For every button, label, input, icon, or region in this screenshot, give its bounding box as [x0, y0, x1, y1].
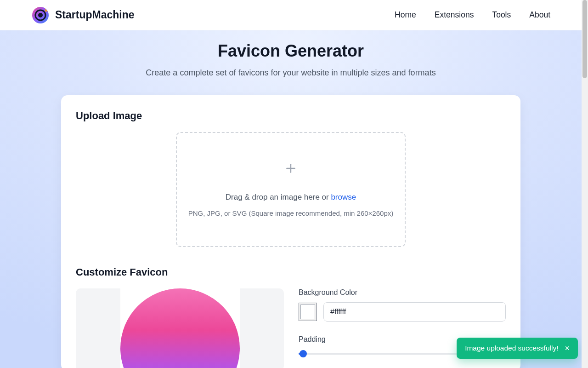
- preview-canvas: [120, 288, 240, 368]
- success-toast: Image uploaded successfully! ×: [457, 338, 578, 359]
- customize-row: Background Color Padding: [76, 288, 506, 368]
- dropzone-text: Drag & drop an image here or browse: [226, 193, 356, 202]
- toast-close-icon[interactable]: ×: [565, 344, 570, 352]
- preview-image: [120, 288, 240, 368]
- dropzone-hint: PNG, JPG, or SVG (Square image recommend…: [188, 209, 393, 217]
- page-title: Favicon Generator: [0, 41, 582, 61]
- brand[interactable]: StartupMachine: [31, 6, 135, 24]
- bg-color-row: [299, 302, 506, 322]
- bg-color-swatch[interactable]: [299, 303, 317, 321]
- nav-home[interactable]: Home: [395, 10, 416, 20]
- dropzone-prefix: Drag & drop an image here or: [226, 193, 331, 201]
- nav-extensions[interactable]: Extensions: [435, 10, 474, 20]
- upload-heading: Upload Image: [76, 110, 506, 122]
- customize-heading: Customize Favicon: [76, 266, 506, 278]
- primary-nav: Home Extensions Tools About: [395, 10, 550, 20]
- swatch-color: [300, 305, 315, 319]
- svg-point-2: [38, 13, 43, 17]
- favicon-preview: [76, 288, 284, 368]
- main-card: Upload Image Drag & drop an image here o…: [61, 95, 520, 368]
- toast-message: Image uploaded successfully!: [465, 344, 558, 352]
- brand-name: StartupMachine: [55, 9, 135, 21]
- slider-thumb[interactable]: [300, 350, 307, 357]
- brand-logo-icon: [31, 6, 50, 24]
- hero-section: Favicon Generator Create a complete set …: [0, 30, 582, 368]
- page-subtitle: Create a complete set of favicons for yo…: [0, 68, 582, 78]
- upload-dropzone[interactable]: Drag & drop an image here or browse PNG,…: [176, 132, 406, 247]
- vertical-scrollbar[interactable]: [582, 0, 588, 368]
- nav-about[interactable]: About: [529, 10, 550, 20]
- bg-color-input[interactable]: [323, 302, 506, 322]
- scrollbar-thumb[interactable]: [582, 0, 587, 78]
- plus-icon: [285, 162, 297, 176]
- browse-link[interactable]: browse: [331, 193, 356, 201]
- nav-tools[interactable]: Tools: [492, 10, 511, 20]
- site-header: StartupMachine Home Extensions Tools Abo…: [0, 0, 582, 30]
- bg-color-label: Background Color: [299, 288, 506, 297]
